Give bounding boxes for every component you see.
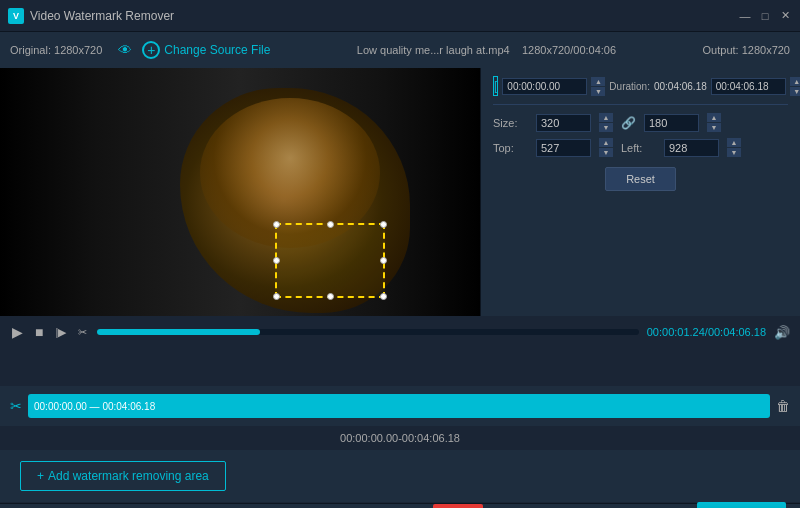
top-bar: Original: 1280x720 👁 + Change Source Fil… bbox=[0, 32, 800, 68]
clip-duration-text: 00:00:00.00-00:04:06.18 bbox=[340, 432, 460, 444]
volume-icon[interactable]: 🔊 bbox=[774, 325, 790, 340]
content-area: [ ▲ ▼ Duration: 00:04:06.18 ▲ ▼ ] Size: … bbox=[0, 68, 800, 316]
duration-value: 00:04:06.18 bbox=[654, 81, 707, 92]
handle-bottom-right[interactable] bbox=[380, 293, 387, 300]
top-label: Top: bbox=[493, 142, 528, 154]
handle-top-middle[interactable] bbox=[327, 221, 334, 228]
duration-label: Duration: bbox=[609, 81, 650, 92]
change-source-button[interactable]: + Change Source File bbox=[142, 41, 270, 59]
close-button[interactable]: ✕ bbox=[778, 9, 792, 23]
reset-button[interactable]: Reset bbox=[605, 167, 676, 191]
end-time-input[interactable] bbox=[711, 78, 786, 95]
clip-button[interactable]: ✂ bbox=[76, 324, 89, 341]
top-down[interactable]: ▼ bbox=[599, 148, 613, 157]
width-input[interactable] bbox=[536, 114, 591, 132]
file-metadata: 1280x720/00:04:06 bbox=[522, 44, 616, 56]
playback-controls: ▶ ■ |▶ ✂ 00:00:01.24/00:04:06.18 🔊 bbox=[10, 322, 790, 342]
clip-segment-icon: ✂ bbox=[10, 398, 22, 414]
handle-top-left[interactable] bbox=[273, 221, 280, 228]
maximize-button[interactable]: □ bbox=[758, 9, 772, 23]
size-label: Size: bbox=[493, 117, 528, 129]
progress-bar[interactable] bbox=[97, 329, 638, 335]
output-row: Output: Low quality me...mor should.mp4 … bbox=[0, 503, 800, 508]
time-range-row: [ ▲ ▼ Duration: 00:04:06.18 ▲ ▼ ] bbox=[493, 76, 788, 96]
width-up[interactable]: ▲ bbox=[599, 113, 613, 122]
right-panel: [ ▲ ▼ Duration: 00:04:06.18 ▲ ▼ ] Size: … bbox=[480, 68, 800, 316]
start-time-up[interactable]: ▲ bbox=[591, 77, 605, 86]
height-input[interactable] bbox=[644, 114, 699, 132]
end-time-down[interactable]: ▼ bbox=[790, 87, 800, 96]
left-label: Left: bbox=[621, 142, 656, 154]
minimize-button[interactable]: — bbox=[738, 9, 752, 23]
top-spinners: ▲ ▼ bbox=[599, 138, 613, 157]
file-info: Low quality me...r laugh at.mp4 1280x720… bbox=[280, 44, 692, 56]
change-source-label: Change Source File bbox=[164, 43, 270, 57]
height-up[interactable]: ▲ bbox=[707, 113, 721, 122]
handle-middle-right[interactable] bbox=[380, 257, 387, 264]
handle-middle-left[interactable] bbox=[273, 257, 280, 264]
start-time-input[interactable] bbox=[502, 78, 587, 95]
start-time-down[interactable]: ▼ bbox=[591, 87, 605, 96]
handle-bottom-left[interactable] bbox=[273, 293, 280, 300]
size-row: Size: ▲ ▼ 🔗 ▲ ▼ bbox=[493, 113, 788, 132]
add-watermark-section: + Add watermark removing area bbox=[0, 450, 800, 502]
left-panel bbox=[0, 68, 480, 316]
bottom-bar: Output: Low quality me...mor should.mp4 … bbox=[0, 502, 800, 508]
window-controls: — □ ✕ bbox=[738, 9, 792, 23]
position-row: Top: ▲ ▼ Left: ▲ ▼ bbox=[493, 138, 788, 157]
app-icon: V bbox=[8, 8, 24, 24]
handle-bottom-middle[interactable] bbox=[327, 293, 334, 300]
left-down[interactable]: ▼ bbox=[727, 148, 741, 157]
progress-fill bbox=[97, 329, 259, 335]
add-watermark-plus-icon: + bbox=[37, 469, 44, 483]
app-title: Video Watermark Remover bbox=[30, 9, 738, 23]
clip-row: ✂ 00:00:00.00 — 00:04:06.18 🗑 bbox=[0, 386, 800, 426]
end-time-up[interactable]: ▲ bbox=[790, 77, 800, 86]
add-watermark-label: Add watermark removing area bbox=[48, 469, 209, 483]
clip-timeline-bar[interactable]: 00:00:00.00 — 00:04:06.18 bbox=[28, 394, 770, 418]
divider bbox=[493, 104, 788, 105]
handle-top-right[interactable] bbox=[380, 221, 387, 228]
duration-row: 00:00:00.00-00:04:06.18 bbox=[0, 426, 800, 450]
width-down[interactable]: ▼ bbox=[599, 123, 613, 132]
top-input[interactable] bbox=[536, 139, 591, 157]
time-display: 00:00:01.24/00:04:06.18 bbox=[647, 326, 766, 338]
start-bracket-button[interactable]: [ bbox=[493, 76, 498, 96]
arrow-indicator[interactable]: → bbox=[433, 504, 483, 509]
left-up[interactable]: ▲ bbox=[727, 138, 741, 147]
height-down[interactable]: ▼ bbox=[707, 123, 721, 132]
watermark-selection-box[interactable] bbox=[275, 223, 385, 298]
plus-circle-icon: + bbox=[142, 41, 160, 59]
height-spinners: ▲ ▼ bbox=[707, 113, 721, 132]
play-button[interactable]: ▶ bbox=[10, 322, 25, 342]
left-input[interactable] bbox=[664, 139, 719, 157]
width-spinners: ▲ ▼ bbox=[599, 113, 613, 132]
add-watermark-button[interactable]: + Add watermark removing area bbox=[20, 461, 226, 491]
clip-range-text: 00:00:00.00 — 00:04:06.18 bbox=[34, 401, 155, 412]
original-label: Original: 1280x720 bbox=[10, 44, 102, 56]
timeline-section: ▶ ■ |▶ ✂ 00:00:01.24/00:04:06.18 🔊 bbox=[0, 316, 800, 386]
output-label: Output: 1280x720 bbox=[703, 44, 790, 56]
delete-clip-button[interactable]: 🗑 bbox=[776, 398, 790, 414]
start-time-spinners: ▲ ▼ bbox=[591, 77, 605, 96]
link-icon[interactable]: 🔗 bbox=[621, 116, 636, 130]
top-up[interactable]: ▲ bbox=[599, 138, 613, 147]
end-time-spinners: ▲ ▼ bbox=[790, 77, 800, 96]
stop-button[interactable]: ■ bbox=[33, 322, 45, 342]
left-spinners: ▲ ▼ bbox=[727, 138, 741, 157]
title-bar: V Video Watermark Remover — □ ✕ bbox=[0, 0, 800, 32]
video-preview bbox=[0, 68, 480, 316]
eye-icon[interactable]: 👁 bbox=[118, 42, 132, 58]
file-name: Low quality me...r laugh at.mp4 bbox=[357, 44, 510, 56]
step-forward-button[interactable]: |▶ bbox=[53, 324, 68, 341]
export-button[interactable]: Export bbox=[697, 502, 786, 508]
